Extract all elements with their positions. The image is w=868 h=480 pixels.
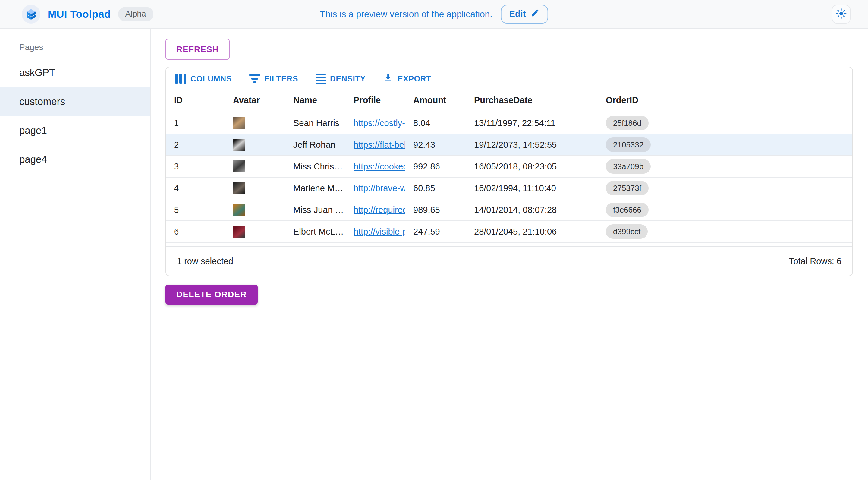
cell-orderid: 33a709b [598,159,673,174]
avatar-image [233,182,245,194]
sun-icon [836,8,846,20]
grid-footer: 1 row selected Total Rows: 6 [166,246,852,276]
profile-link[interactable]: https://flat-bel [353,140,405,150]
cell-amount: 992.86 [405,161,466,172]
cell-id: 6 [166,227,225,237]
table-row[interactable]: 6 Elbert McL… http://visible-p 247.59 28… [166,221,852,243]
table-row[interactable]: 4 Marlene M… http://brave-we 60.85 16/02… [166,178,852,199]
pencil-icon [530,8,539,20]
table-row[interactable]: 1 Sean Harris https://costly-p 8.04 13/1… [166,113,852,134]
orderid-chip: 275373f [606,181,649,196]
profile-link[interactable]: http://brave-we [353,183,405,193]
export-button[interactable]: EXPORT [379,70,435,88]
avatar-image [233,139,245,151]
export-button-label: EXPORT [398,74,431,84]
orderid-chip-label: 25f186d [613,119,641,128]
brand-group: MUI Toolpad Alpha [0,5,153,24]
grid-header-row: ID Avatar Name Profile Amount PurchaseDa… [166,88,852,113]
column-header-avatar[interactable]: Avatar [225,95,285,105]
cell-avatar [225,182,285,194]
edit-button[interactable]: Edit [501,5,548,24]
alpha-badge: Alpha [118,7,153,22]
column-header-name[interactable]: Name [285,95,346,105]
cell-name: Miss Chris… [285,161,346,172]
sidebar-item[interactable]: page4 [0,145,150,174]
cell-id: 4 [166,183,225,193]
data-grid: COLUMNS FILTERS DENSITY EXPORT [165,67,853,276]
column-header-amount[interactable]: Amount [405,95,466,105]
avatar-image [233,226,245,238]
main-content: REFRESH COLUMNS FILTERS DENSITY [151,29,868,480]
cell-avatar [225,204,285,216]
sidebar-item[interactable]: customers [0,87,150,116]
sidebar-item-label: page1 [19,125,47,136]
orderid-chip-label: f3e6666 [613,205,641,215]
toolpad-logo-icon [22,5,40,24]
profile-link[interactable]: https://costly-p [353,118,405,128]
cell-purchasedate: 28/01/2045, 21:10:06 [466,227,598,237]
orderid-chip-label: d399ccf [613,227,641,236]
pages-section-label: Pages [0,37,150,58]
orderid-chip: 25f186d [606,116,649,130]
cell-amount: 60.85 [405,183,466,193]
column-header-purchasedate[interactable]: PurchaseDate [466,95,598,105]
profile-link[interactable]: http://required [353,205,405,215]
columns-icon [175,74,186,84]
columns-button[interactable]: COLUMNS [171,71,236,87]
sidebar-item[interactable]: askGPT [0,58,150,87]
cell-amount: 989.65 [405,205,466,215]
sidebar-nav-list: askGPT customers page1 page4 [0,58,150,174]
cell-avatar [225,117,285,129]
orderid-chip: 33a709b [606,159,651,174]
density-button-label: DENSITY [330,74,366,84]
density-button[interactable]: DENSITY [311,70,370,87]
delete-order-button[interactable]: DELETE ORDER [165,284,258,304]
sidebar-item[interactable]: page1 [0,116,150,145]
cell-purchasedate: 16/02/1994, 11:10:40 [466,183,598,193]
grid-scroll-filler [166,243,852,246]
cell-purchasedate: 14/01/2014, 08:07:28 [466,205,598,215]
cell-id: 5 [166,205,225,215]
cell-amount: 92.43 [405,140,466,150]
cell-avatar [225,160,285,173]
grid-rows: 1 Sean Harris https://costly-p 8.04 13/1… [166,113,852,243]
column-header-id[interactable]: ID [166,95,225,105]
sidebar-item-label: askGPT [19,67,55,79]
filters-button[interactable]: FILTERS [245,71,302,87]
cell-amount: 247.59 [405,227,466,237]
edit-button-label: Edit [509,9,526,19]
cell-avatar [225,139,285,151]
cell-profile: https://flat-bel [346,140,405,150]
column-header-orderid[interactable]: OrderID [598,95,673,105]
cell-orderid: 2105332 [598,138,673,152]
density-icon [315,73,326,84]
filters-button-label: FILTERS [264,74,298,84]
table-row[interactable]: 5 Miss Juan … http://required 989.65 14/… [166,199,852,221]
filter-icon [249,74,260,83]
selection-count: 1 row selected [177,256,233,266]
cell-avatar [225,226,285,238]
refresh-button[interactable]: REFRESH [165,39,230,60]
cell-amount: 8.04 [405,118,466,128]
orderid-chip: d399ccf [606,224,648,239]
cell-name: Jeff Rohan [285,140,346,150]
orderid-chip: f3e6666 [606,203,649,217]
cell-orderid: f3e6666 [598,203,673,217]
orderid-chip-label: 33a709b [613,162,644,171]
profile-link[interactable]: https://cooked [353,161,405,171]
table-row[interactable]: 3 Miss Chris… https://cooked 992.86 16/0… [166,156,852,178]
cell-id: 2 [166,140,225,150]
app-title: MUI Toolpad [48,8,111,20]
sidebar-item-label: customers [19,96,65,107]
table-row[interactable]: 2 Jeff Rohan https://flat-bel 92.43 19/1… [166,134,852,156]
theme-toggle-button[interactable] [832,5,850,24]
profile-link[interactable]: http://visible-p [353,227,405,236]
app-bar: MUI Toolpad Alpha This is a preview vers… [0,0,868,29]
cell-name: Marlene M… [285,183,346,193]
avatar-image [233,160,245,173]
column-header-profile[interactable]: Profile [346,95,405,105]
cell-name: Miss Juan … [285,205,346,215]
cell-name: Sean Harris [285,118,346,128]
cell-id: 1 [166,118,225,128]
cell-purchasedate: 19/12/2073, 14:52:55 [466,140,598,150]
